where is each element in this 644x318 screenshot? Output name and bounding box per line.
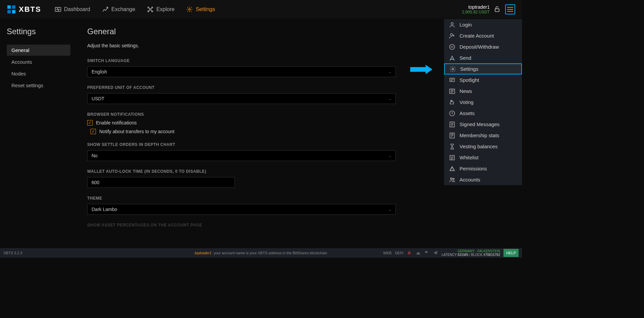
- svg-point-15: [452, 68, 454, 70]
- hamburger-menu-button[interactable]: [505, 4, 515, 14]
- dropdown-label: Spotlight: [460, 77, 479, 83]
- svg-rect-0: [7, 5, 11, 9]
- voting-icon: [449, 99, 455, 106]
- footer-web[interactable]: WEB: [383, 251, 391, 255]
- footer-text: your account name is your XBTS address i…: [214, 251, 327, 255]
- svg-point-9: [152, 11, 153, 12]
- block-value: #70815782: [483, 253, 500, 257]
- chili-icon[interactable]: [407, 250, 412, 256]
- enable-notifications-checkbox[interactable]: ✓: [87, 120, 93, 125]
- node-info[interactable]: GERMANY - FALKENSTEIN LATENCY 631MS / BL…: [441, 249, 500, 257]
- chevron-down-icon: ⌄: [389, 97, 391, 101]
- footer-message: toptrader1 your account name is your XBT…: [195, 251, 327, 255]
- dropdown-label: Voting: [460, 99, 474, 105]
- nav-exchange[interactable]: Exchange: [102, 6, 135, 13]
- exchange-icon: [102, 6, 109, 13]
- svg-point-6: [148, 7, 149, 8]
- dropdown-label: News: [460, 88, 472, 94]
- dropdown-login[interactable]: Login: [444, 19, 522, 30]
- svg-rect-16: [450, 78, 454, 82]
- telegram-icon[interactable]: [433, 250, 438, 256]
- nav-dashboard[interactable]: Dashboard: [55, 6, 90, 13]
- sidebar-general[interactable]: General: [7, 45, 70, 56]
- dropdown-voting[interactable]: Voting: [444, 97, 522, 108]
- dropdown-label: Permissions: [460, 166, 487, 171]
- svg-point-14: [450, 44, 455, 49]
- language-select[interactable]: English ⌄: [87, 66, 396, 77]
- whitelist-icon: [449, 154, 455, 161]
- dropdown-label: Settings: [460, 66, 478, 72]
- vesting-icon: [449, 143, 455, 150]
- notifications-label: BROWSER NOTIFICATIONS: [87, 112, 396, 117]
- svg-rect-1: [12, 5, 15, 9]
- settings-icon: [186, 6, 193, 13]
- select-value: No: [92, 153, 98, 158]
- help-button[interactable]: HELP: [503, 249, 519, 257]
- dropdown-spotlight[interactable]: Spotlight: [444, 74, 522, 86]
- accounts-icon: [449, 176, 455, 183]
- unit-label: PREFERRED UNIT OF ACCOUNT: [87, 85, 396, 90]
- dropdown-whitelist[interactable]: Whitelist: [444, 152, 522, 163]
- svg-rect-3: [12, 10, 15, 13]
- settle-label: SHOW SETTLE ORDERS IN DEPTH CHART: [87, 142, 396, 147]
- nav-label: Exchange: [111, 6, 135, 12]
- spotlight-icon: [449, 77, 455, 84]
- checkbox-label[interactable]: Notify about transfers to my account: [99, 129, 174, 134]
- dropdown-assets[interactable]: Assets: [444, 108, 522, 119]
- dashboard-icon: [55, 6, 61, 13]
- notify-transfers-checkbox[interactable]: ✓: [91, 129, 96, 134]
- chevron-down-icon: ⌄: [389, 70, 391, 74]
- latency-label: LATENCY: [441, 253, 457, 257]
- svg-point-10: [189, 8, 191, 10]
- header-right: toptrader1 2,905.92 USDT: [462, 4, 515, 14]
- sidebar: Settings General Accounts Nodes Reset se…: [0, 18, 77, 248]
- sidebar-accounts[interactable]: Accounts: [7, 56, 70, 67]
- svg-point-12: [451, 22, 453, 25]
- flag-icon[interactable]: [424, 250, 429, 256]
- dropdown-deposit-withdraw[interactable]: Deposit/Withdraw: [444, 41, 522, 52]
- block-label: BLOCK: [471, 253, 483, 257]
- dropdown-accounts[interactable]: Accounts: [444, 174, 522, 185]
- svg-point-24: [453, 178, 454, 179]
- news-icon: [449, 88, 455, 95]
- footer-defi[interactable]: DEFI: [395, 251, 403, 255]
- assets-icon: [449, 110, 455, 117]
- dropdown-create-account[interactable]: Create Account: [444, 30, 522, 41]
- account-info[interactable]: toptrader1 2,905.92 USDT: [462, 4, 490, 14]
- dropdown-vesting[interactable]: Vesting balances: [444, 141, 522, 152]
- cloud-icon[interactable]: [415, 250, 421, 256]
- checkbox-label[interactable]: Enable notifications: [96, 120, 137, 125]
- sidebar-nodes[interactable]: Nodes: [7, 68, 70, 79]
- autolock-input[interactable]: [87, 177, 235, 188]
- dropdown-permissions[interactable]: Permissions: [444, 163, 522, 174]
- asset-percentages-label: SHOW ASSET PERCENTAGES ON THE ACCOUNT PA…: [87, 223, 396, 227]
- settle-select[interactable]: No ⌄: [87, 150, 396, 161]
- dropdown-membership[interactable]: Membership stats: [444, 130, 522, 141]
- logo[interactable]: XBTS: [7, 5, 41, 14]
- unit-select[interactable]: USDT ⌄: [87, 93, 396, 104]
- nav-settings[interactable]: Settings: [186, 6, 215, 13]
- sidebar-reset[interactable]: Reset settings: [7, 80, 70, 91]
- dropdown-send[interactable]: Send: [444, 52, 522, 63]
- membership-icon: [449, 132, 455, 139]
- autolock-label: WALLET AUTO-LOCK TIME (IN SECONDS, 0 TO …: [87, 169, 396, 174]
- nav-label: Dashboard: [64, 6, 90, 12]
- theme-select[interactable]: Dark Lambo ⌄: [87, 204, 396, 215]
- app-header: XBTS Dashboard Exchange: [0, 0, 522, 18]
- dropdown-label: Whitelist: [460, 155, 479, 160]
- dropdown-news[interactable]: News: [444, 86, 522, 97]
- dropdown-label: Create Account: [460, 33, 494, 39]
- footer-user: toptrader1: [195, 251, 212, 255]
- svg-rect-11: [495, 9, 499, 11]
- version-label: XBTS 3.2.3: [3, 251, 22, 255]
- nav-explore[interactable]: Explore: [147, 6, 174, 13]
- select-value: USDT: [92, 96, 104, 101]
- theme-label: THEME: [87, 196, 396, 201]
- dropdown-signed-messages[interactable]: Signed Messages: [444, 119, 522, 130]
- dropdown-settings[interactable]: Settings: [444, 63, 522, 74]
- signed-messages-icon: [449, 121, 455, 128]
- language-label: SWITCH LANGUAGE: [87, 58, 396, 63]
- latency-value: 631MS: [458, 253, 468, 257]
- dropdown-label: Assets: [460, 110, 475, 116]
- lock-icon[interactable]: [494, 6, 501, 13]
